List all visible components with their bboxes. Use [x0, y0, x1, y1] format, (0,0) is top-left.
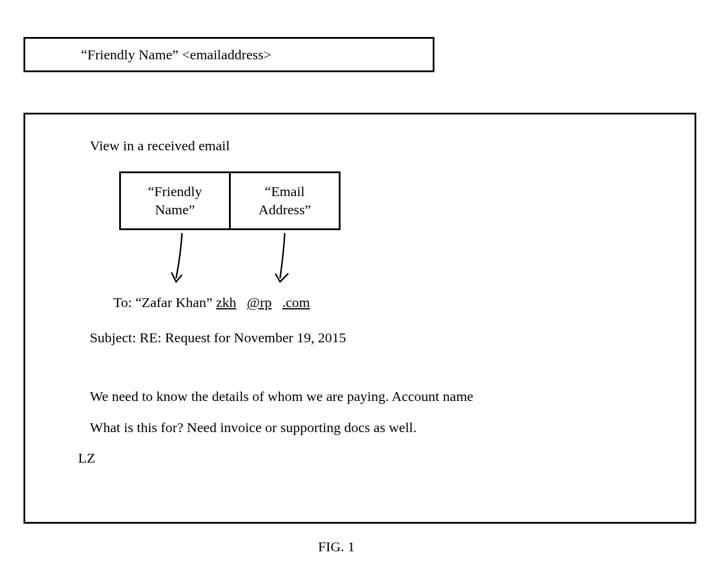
- email-body: We need to know the details of whom we a…: [90, 381, 630, 443]
- field-boxes-container: “Friendly Name” “Email Address”: [119, 171, 341, 230]
- to-prefix: To: “Zafar Khan”: [113, 295, 216, 310]
- figure-label: FIG. 1: [0, 539, 673, 555]
- arrow-icon: [272, 230, 295, 289]
- view-title: View in a received email: [90, 138, 630, 154]
- arrow-icon: [169, 230, 193, 289]
- diagram-area: “Friendly Name” “Email Address” To: “Zaf…: [119, 171, 630, 324]
- to-line: To: “Zafar Khan” zkh @rp .com: [113, 295, 310, 311]
- email-gap1: [237, 295, 247, 310]
- friendly-name-field-box: “Friendly Name”: [119, 171, 231, 230]
- email-at: @rp: [247, 295, 272, 310]
- email-view-box: View in a received email “Friendly Name”…: [23, 113, 696, 524]
- signature: LZ: [78, 450, 630, 466]
- email-address-field-box: “Email Address”: [229, 171, 341, 230]
- friendly-name-field-label: “Friendly Name”: [148, 183, 202, 219]
- body-line-2: What is this for? Need invoice or suppor…: [90, 412, 630, 443]
- friendly-name-format-text: “Friendly Name” <emailaddress>: [81, 47, 271, 63]
- email-address-field-label: “Email Address”: [258, 183, 311, 219]
- email-part1: zkh: [216, 295, 237, 310]
- email-dot: .com: [282, 295, 310, 310]
- body-line-1: We need to know the details of whom we a…: [90, 381, 630, 412]
- friendly-name-format-box: “Friendly Name” <emailaddress>: [23, 37, 434, 72]
- email-gap2: [272, 295, 282, 310]
- subject-line: Subject: RE: Request for November 19, 20…: [90, 330, 630, 346]
